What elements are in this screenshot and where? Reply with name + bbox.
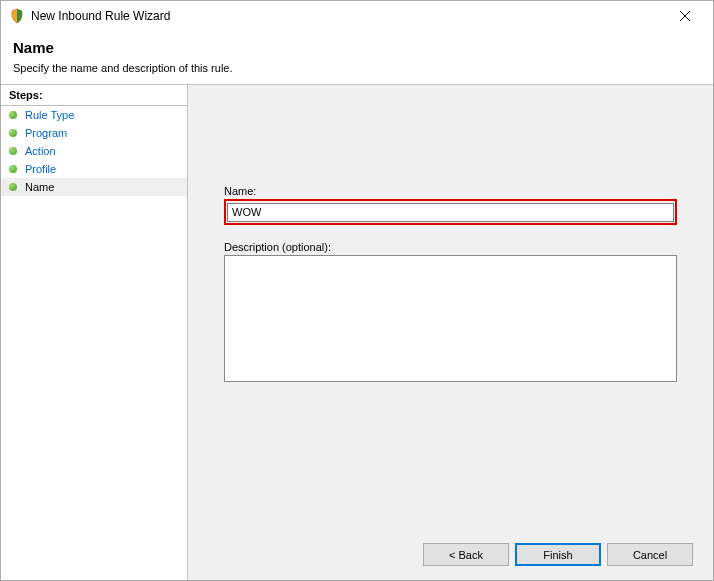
wizard-shield-icon [9,8,25,24]
finish-button[interactable]: Finish [515,543,601,566]
step-label: Profile [25,163,56,175]
step-label: Action [25,145,56,157]
titlebar: New Inbound Rule Wizard [1,1,713,31]
cancel-button[interactable]: Cancel [607,543,693,566]
bullet-icon [9,129,17,137]
step-name[interactable]: Name [1,178,187,196]
step-label: Name [25,181,54,193]
close-button[interactable] [665,2,705,30]
step-label: Program [25,127,67,139]
step-profile[interactable]: Profile [1,160,187,178]
step-program[interactable]: Program [1,124,187,142]
description-textarea[interactable] [224,255,677,382]
main-panel: Name: Description (optional): < Back Fin… [187,84,713,580]
name-field-highlight [224,199,677,225]
button-row: < Back Finish Cancel [423,543,693,566]
bullet-icon [9,183,17,191]
description-label: Description (optional): [224,241,677,253]
name-input[interactable] [227,203,674,222]
bullet-icon [9,165,17,173]
bullet-icon [9,147,17,155]
steps-header: Steps: [1,85,187,106]
name-label: Name: [224,185,677,197]
page-title: Name [13,39,701,56]
step-rule-type[interactable]: Rule Type [1,106,187,124]
window-title: New Inbound Rule Wizard [31,9,665,23]
steps-sidebar: Steps: Rule Type Program Action Profile … [1,84,187,580]
page-subtitle: Specify the name and description of this… [13,62,701,74]
bullet-icon [9,111,17,119]
step-label: Rule Type [25,109,74,121]
back-button[interactable]: < Back [423,543,509,566]
step-action[interactable]: Action [1,142,187,160]
wizard-header: Name Specify the name and description of… [1,31,713,84]
